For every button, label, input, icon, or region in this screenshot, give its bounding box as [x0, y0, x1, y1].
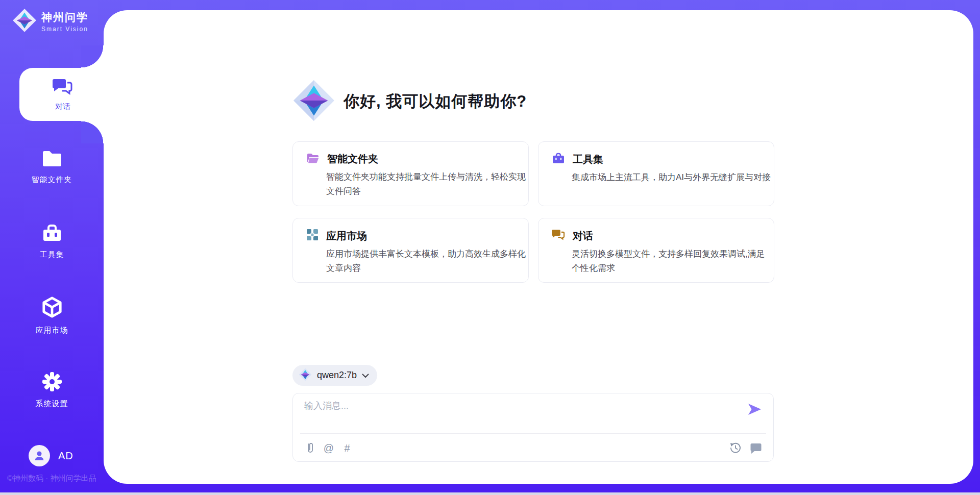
- composer-toolbar: @ #: [304, 439, 762, 457]
- tab-fillet-top: [81, 45, 104, 68]
- sidebar-item-label: 应用市场: [36, 326, 68, 335]
- tiles-icon: [306, 229, 318, 243]
- brand-subtitle: Smart Vision: [41, 26, 88, 33]
- card-title: 对话: [573, 229, 593, 243]
- sidebar-item-label: 智能文件夹: [32, 175, 72, 185]
- history-icon[interactable]: [729, 441, 742, 455]
- sidebar: 神州问学 Smart Vision 对话 智能文件夹: [0, 0, 104, 495]
- chat-icon: [552, 229, 565, 243]
- sidebar-item-smart-folder[interactable]: 智能文件夹: [0, 150, 104, 185]
- greeting-title: 你好, 我可以如何帮助你?: [344, 91, 527, 112]
- model-name: qwen2:7b: [317, 370, 357, 381]
- sidebar-item-label: 系统设置: [36, 399, 68, 409]
- tab-fillet-bottom: [81, 121, 104, 143]
- avatar: [29, 445, 50, 466]
- card-description: 集成市场上主流工具，助力AI与外界无缝扩展与对接: [572, 170, 772, 185]
- folder-icon: [41, 150, 63, 170]
- brand-logo-icon: [12, 8, 37, 35]
- sidebar-item-label: 对话: [55, 102, 70, 112]
- taskbar-edge: [0, 492, 980, 495]
- card-description: 应用市场提供丰富长文本模板，助力高效生成多样化文章内容: [326, 247, 526, 276]
- chevron-down-icon: [362, 371, 369, 380]
- model-logo-icon: [299, 368, 312, 383]
- card-smart-folder[interactable]: 智能文件夹 智能文件夹功能支持批量文件上传与清洗，轻松实现文件问答: [292, 141, 529, 206]
- open-folder-icon: [306, 153, 320, 166]
- user-name: AD: [58, 450, 74, 462]
- sidebar-item-settings[interactable]: 系统设置: [0, 372, 104, 409]
- sidebar-item-app-market[interactable]: 应用市场: [0, 296, 104, 335]
- sidebar-item-label: 工具集: [40, 250, 64, 260]
- card-title: 智能文件夹: [327, 152, 378, 166]
- card-title: 应用市场: [326, 229, 367, 243]
- composer-divider: [300, 433, 766, 434]
- attach-file-icon[interactable]: [304, 441, 316, 455]
- hashtag-icon[interactable]: #: [341, 441, 353, 455]
- app-window: 神州问学 Smart Vision 对话 智能文件夹: [0, 0, 980, 495]
- model-selector[interactable]: qwen2:7b: [292, 365, 377, 386]
- sidebar-item-toolset[interactable]: 工具集: [0, 224, 104, 260]
- card-chat[interactable]: 对话 灵活切换多模型文件，支持多样回复效果调试,满足个性化需求: [538, 218, 774, 283]
- briefcase-icon: [552, 152, 565, 166]
- feedback-chat-icon[interactable]: [750, 441, 762, 455]
- message-composer: @ #: [292, 393, 774, 462]
- user-account[interactable]: AD: [29, 445, 74, 466]
- send-icon[interactable]: [747, 403, 762, 416]
- card-toolset[interactable]: 工具集 集成市场上主流工具，助力AI与外界无缝扩展与对接: [538, 141, 774, 206]
- mention-icon[interactable]: @: [323, 441, 335, 455]
- message-input[interactable]: [304, 400, 733, 429]
- card-description: 灵活切换多模型文件，支持多样回复效果调试,满足个性化需求: [572, 247, 772, 276]
- card-title: 工具集: [573, 153, 603, 166]
- sidebar-item-chat[interactable]: 对话: [19, 68, 106, 121]
- chat-icon: [53, 78, 73, 98]
- brand: 神州问学 Smart Vision: [12, 8, 88, 35]
- gear-icon: [42, 372, 62, 394]
- feature-cards: 智能文件夹 智能文件夹功能支持批量文件上传与清洗，轻松实现文件问答 工具集: [292, 141, 774, 283]
- assistant-logo-icon: [292, 79, 335, 124]
- copyright-text: ©神州数码 · 神州问学出品: [7, 474, 96, 483]
- greeting: 你好, 我可以如何帮助你?: [292, 79, 527, 124]
- card-app-market[interactable]: 应用市场 应用市场提供丰富长文本模板，助力高效生成多样化文章内容: [292, 218, 529, 283]
- card-description: 智能文件夹功能支持批量文件上传与清洗，轻松实现文件问答: [326, 170, 526, 199]
- cube-icon: [41, 296, 63, 320]
- toolbox-icon: [41, 224, 63, 245]
- brand-name: 神州问学: [41, 10, 88, 24]
